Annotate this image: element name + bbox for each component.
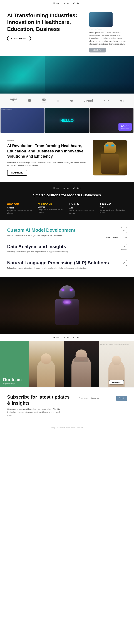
team-label: Our team <box>3 377 26 382</box>
gallery-img-from: Image from Freepik <box>1 109 12 110</box>
services-section: Custom AI Model Development Building tai… <box>0 220 134 277</box>
partner-logo-hd: HD ——— <box>42 98 46 103</box>
tesla-logo: TESLA <box>100 202 127 206</box>
gallery-section: Image from Freepik HELLO 450 k Active us… <box>0 108 134 133</box>
active-users-badge: 450 k Active users <box>118 122 132 131</box>
arrow-icon-1: ↗ <box>123 229 125 232</box>
hero-description: Lorem ipsum dolor sit amet, consectetur … <box>89 31 127 46</box>
team-sample-text: Sample text. Click to select the Text El… <box>100 343 132 345</box>
subscribe-title: Subscribe for latest updates & insights <box>7 394 71 406</box>
partner-logo-dots: ⁘⁘ <box>104 99 109 103</box>
hero-section: AI Transforming Industries: Innovation i… <box>0 7 134 56</box>
team-right-col: Sample text. Click to select the Text El… <box>99 341 134 387</box>
partner-logo-2: ❋ <box>28 98 31 103</box>
robot-hero-section <box>0 277 134 334</box>
service-item-1: Custom AI Model Development Building tai… <box>7 227 127 237</box>
vr-banner <box>0 56 134 94</box>
brand-tesla: TESLA Tesla Sample text. Click to select… <box>100 202 127 214</box>
footer-sample-text: Sample text. Click to select the Text El… <box>7 427 127 429</box>
service-1-arrow[interactable]: ↗ <box>121 227 127 233</box>
nav-home[interactable]: Home <box>53 2 59 5</box>
service-1-desc: Building tailored machine learning model… <box>7 234 93 237</box>
active-users-count: 450 k <box>121 124 129 128</box>
hello-text: HELLO <box>60 118 74 123</box>
hero-title: AI Transforming Industries: Innovation i… <box>7 12 86 32</box>
gallery-item-1: Image from Freepik <box>1 108 45 133</box>
team-nav: Home About Contact <box>0 334 134 341</box>
view-more-button[interactable]: VIEW MORE <box>109 380 124 384</box>
dark-nav: Home About Contact <box>7 187 127 190</box>
partners-section: ogie 〇 ❋ HD ——— ⊞ ⊕ qpmd ⁘⁘ ᴍᴛ <box>0 94 134 108</box>
partner-logo-last: ᴍᴛ <box>120 99 124 103</box>
service-1-title: Custom AI Model Development <box>7 227 127 233</box>
services-nav-home[interactable]: Home <box>106 236 110 238</box>
tesla-desc: Sample text. Click to select the Text El… <box>100 209 127 214</box>
evga-name: Evga <box>69 207 96 209</box>
team-img-credit: Image from Freepik <box>3 383 26 384</box>
team-label-col: Our team Image from Freepik <box>0 341 29 387</box>
team-nav-home[interactable]: Home <box>53 336 59 339</box>
brands-grid: amazon Amazon Sample text. Click to sele… <box>7 202 127 214</box>
amazon-desc: Sample text. Click to select the Text El… <box>7 210 35 214</box>
team-section: Home About Contact Our team Image from F… <box>0 334 134 387</box>
binance-name: Binance <box>38 206 65 208</box>
subscribe-email-input[interactable] <box>77 396 115 401</box>
service-item-3: Natural Language Processing (NLP) Soluti… <box>7 260 127 270</box>
hero-image <box>89 12 112 27</box>
hero-right-panel: Image from Freepik Lorem ipsum dolor sit… <box>89 12 127 52</box>
hero-img-credit: Image from Freepik <box>89 28 127 30</box>
about-title: AI Revolution: Transforming Healthcare, … <box>7 143 89 159</box>
partner-logo-grid: ⊞ <box>57 99 59 103</box>
footer-note: Sample text. Click to select the Text El… <box>0 425 134 432</box>
partner-logo-circle: ⊕ <box>70 98 73 103</box>
play-icon <box>11 38 12 40</box>
nav-about[interactable]: About <box>63 2 69 5</box>
subscribe-submit-button[interactable]: Submit <box>116 396 127 401</box>
team-nav-contact[interactable]: Contact <box>73 336 81 339</box>
arrow-icon-3: ↗ <box>123 262 125 264</box>
evga-desc: Sample text. Click to select the Text El… <box>69 210 96 214</box>
team-nav-about[interactable]: About <box>63 336 69 339</box>
service-2-desc: Extracting actionable insights from larg… <box>7 250 93 253</box>
amazon-logo: amazon <box>7 202 35 206</box>
binance-logo: ◇ BINANCE <box>38 202 65 205</box>
evga-logo: EVGA <box>69 202 96 206</box>
service-3-desc: Enhancing customer interactions through … <box>7 267 93 270</box>
subscribe-form-area: Submit <box>77 394 127 402</box>
nav-contact[interactable]: Contact <box>73 2 81 5</box>
about-section: About us AI Revolution: Transforming Hea… <box>0 133 134 182</box>
tesla-name: Tesla <box>100 206 127 208</box>
brand-amazon: amazon Amazon Sample text. Click to sele… <box>7 202 35 214</box>
about-robot-image <box>93 140 127 176</box>
service-2-title: Data Analysis and Insights <box>7 244 127 250</box>
dark-nav-about[interactable]: About <box>63 187 69 190</box>
services-nav-inline: Home About Contact <box>106 236 127 238</box>
gallery-item-3: 450 k Active users <box>89 108 133 133</box>
amazon-name: Amazon <box>7 207 35 209</box>
read-more-button[interactable]: READ MORE <box>7 170 27 176</box>
hero-content: AI Transforming Industries: Innovation i… <box>7 12 86 42</box>
subscribe-form: Submit <box>77 396 127 401</box>
gallery-item-2: HELLO <box>45 108 89 133</box>
about-content: About us AI Revolution: Transforming Hea… <box>7 140 89 176</box>
about-tag: About us <box>7 140 89 142</box>
active-users-label: Active users <box>121 128 129 130</box>
service-2-arrow[interactable]: ↗ <box>121 244 127 250</box>
main-nav: Home About Contact <box>0 0 134 7</box>
binance-desc: Sample text. Click to select the Text El… <box>38 209 65 214</box>
subscribe-content: Subscribe for latest updates & insights … <box>7 394 71 420</box>
vr-overlay-dark <box>0 83 134 94</box>
watch-video-button[interactable]: WATCH VIDEO <box>7 36 31 42</box>
discover-button[interactable]: DISCOVER <box>89 48 106 52</box>
team-person-2 <box>64 341 99 387</box>
service-3-arrow[interactable]: ↗ <box>121 260 127 266</box>
team-person-1 <box>29 341 64 387</box>
dark-nav-contact[interactable]: Contact <box>73 187 81 190</box>
services-nav-contact[interactable]: Contact <box>121 236 127 238</box>
robot-figure <box>55 286 79 326</box>
smart-solutions-title: Smart Solutions for Modern Businesses <box>7 193 127 197</box>
service-3-title: Natural Language Processing (NLP) Soluti… <box>7 260 127 266</box>
brand-binance: ◇ BINANCE Binance Sample text. Click to … <box>38 202 65 214</box>
dark-nav-home[interactable]: Home <box>53 187 59 190</box>
services-nav-about[interactable]: About <box>113 236 118 238</box>
